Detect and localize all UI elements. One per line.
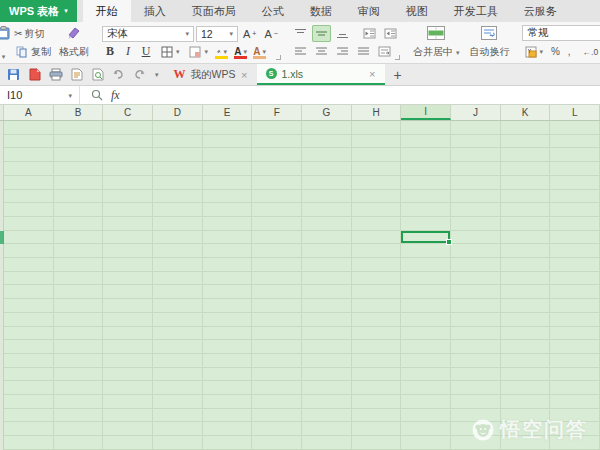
grid-cell[interactable] <box>501 285 551 298</box>
copy-button[interactable]: 复制 <box>11 43 54 60</box>
grid-cell[interactable] <box>4 244 54 257</box>
grid-cell[interactable] <box>54 340 104 353</box>
grid-cell[interactable] <box>153 217 203 230</box>
grid-cell[interactable] <box>352 217 402 230</box>
grid-cell[interactable] <box>302 162 352 175</box>
grid-cell[interactable] <box>153 285 203 298</box>
grid-cell[interactable] <box>451 258 501 271</box>
grid-cell[interactable] <box>103 190 153 203</box>
grid-cell[interactable] <box>252 299 302 312</box>
grid-cell[interactable] <box>54 258 104 271</box>
grid-cell[interactable] <box>352 422 402 435</box>
currency-button[interactable]: ▾ <box>522 43 546 60</box>
comma-style-button[interactable]: , <box>565 43 574 60</box>
column-header-B[interactable]: B <box>54 105 104 120</box>
grid-cell[interactable] <box>401 121 451 134</box>
grid-cell[interactable] <box>203 285 253 298</box>
grid-cell[interactable] <box>302 176 352 189</box>
grid-cell[interactable] <box>550 244 600 257</box>
grid-cell[interactable] <box>4 436 54 449</box>
grid-cell[interactable] <box>550 409 600 422</box>
grid-cell[interactable] <box>103 258 153 271</box>
grid-cell[interactable] <box>302 190 352 203</box>
grid-cell[interactable] <box>302 148 352 161</box>
grid-cell[interactable] <box>501 231 551 244</box>
grid-cell[interactable] <box>451 121 501 134</box>
tab-my-wps[interactable]: W 我的WPS × <box>165 64 257 85</box>
grid-cell[interactable] <box>550 422 600 435</box>
grid-cell[interactable] <box>550 203 600 216</box>
grid-cell[interactable] <box>550 381 600 394</box>
grid-cell[interactable] <box>501 368 551 381</box>
grid-cell[interactable] <box>302 409 352 422</box>
percent-button[interactable]: % <box>548 43 563 60</box>
font-dialog-launcher[interactable] <box>276 55 281 60</box>
grid-cell[interactable] <box>352 272 402 285</box>
grid-cell[interactable] <box>451 190 501 203</box>
alignment-dialog-launcher[interactable] <box>395 55 400 60</box>
grid-cell[interactable] <box>203 327 253 340</box>
grid-cell[interactable] <box>153 244 203 257</box>
grid-cell[interactable] <box>103 299 153 312</box>
grid-cell[interactable] <box>54 203 104 216</box>
column-header-D[interactable]: D <box>153 105 203 120</box>
grid-cell[interactable] <box>54 272 104 285</box>
tab-data[interactable]: 数据 <box>297 0 345 22</box>
fill-color-button[interactable]: ▾ <box>213 43 230 60</box>
grid-cell[interactable] <box>451 162 501 175</box>
grid-cell[interactable] <box>54 135 104 148</box>
grid-cell[interactable] <box>103 121 153 134</box>
grid-cell[interactable] <box>54 244 104 257</box>
tab-formulas[interactable]: 公式 <box>249 0 297 22</box>
grid-cell[interactable] <box>550 327 600 340</box>
grid-cell[interactable] <box>501 313 551 326</box>
bold-button[interactable]: B <box>102 43 118 60</box>
grid-cell[interactable] <box>401 148 451 161</box>
column-header-A[interactable]: A <box>4 105 54 120</box>
grid-cell[interactable] <box>501 244 551 257</box>
grid-cell[interactable] <box>54 121 104 134</box>
tab-review[interactable]: 审阅 <box>345 0 393 22</box>
grid-cell[interactable] <box>103 217 153 230</box>
grid-cell[interactable] <box>103 368 153 381</box>
grid-cell[interactable] <box>550 190 600 203</box>
grid-cell[interactable] <box>153 368 203 381</box>
grid-cell[interactable] <box>451 135 501 148</box>
grid-cell[interactable] <box>401 422 451 435</box>
grid-cell[interactable] <box>103 395 153 408</box>
grid-cell[interactable] <box>501 354 551 367</box>
grid-cell[interactable] <box>401 272 451 285</box>
grid-cell[interactable] <box>302 436 352 449</box>
grid-cell[interactable] <box>4 258 54 271</box>
grid-cell[interactable] <box>153 121 203 134</box>
app-menu-button[interactable]: WPS 表格 ▾ <box>0 0 77 22</box>
grid-cell[interactable] <box>352 409 402 422</box>
close-icon[interactable]: × <box>369 68 375 80</box>
grid-cell[interactable] <box>203 354 253 367</box>
grid-cell[interactable] <box>54 162 104 175</box>
column-header-H[interactable]: H <box>352 105 402 120</box>
grid-cell[interactable] <box>550 231 600 244</box>
grid-cell[interactable] <box>54 327 104 340</box>
grid-cell[interactable] <box>501 217 551 230</box>
grid-cell[interactable] <box>153 327 203 340</box>
decrease-decimal-button[interactable]: ←.0 <box>580 43 600 60</box>
grid-cell[interactable] <box>153 422 203 435</box>
grid-cell[interactable] <box>54 395 104 408</box>
text-orientation-button[interactable] <box>375 43 394 60</box>
tab-page-layout[interactable]: 页面布局 <box>179 0 249 22</box>
grid-cell[interactable] <box>4 190 54 203</box>
grid-cell[interactable] <box>401 381 451 394</box>
justify-button[interactable] <box>354 43 373 60</box>
grid-cell[interactable] <box>54 176 104 189</box>
column-header-K[interactable]: K <box>501 105 551 120</box>
grid-cell[interactable] <box>103 285 153 298</box>
grid-cell[interactable] <box>550 354 600 367</box>
grid-cell[interactable] <box>252 272 302 285</box>
grid-cell[interactable] <box>4 121 54 134</box>
grid-cell[interactable] <box>401 217 451 230</box>
grid-cell[interactable] <box>103 244 153 257</box>
grid-cell[interactable] <box>103 203 153 216</box>
grid-cell[interactable] <box>203 121 253 134</box>
grid-cell[interactable] <box>451 244 501 257</box>
